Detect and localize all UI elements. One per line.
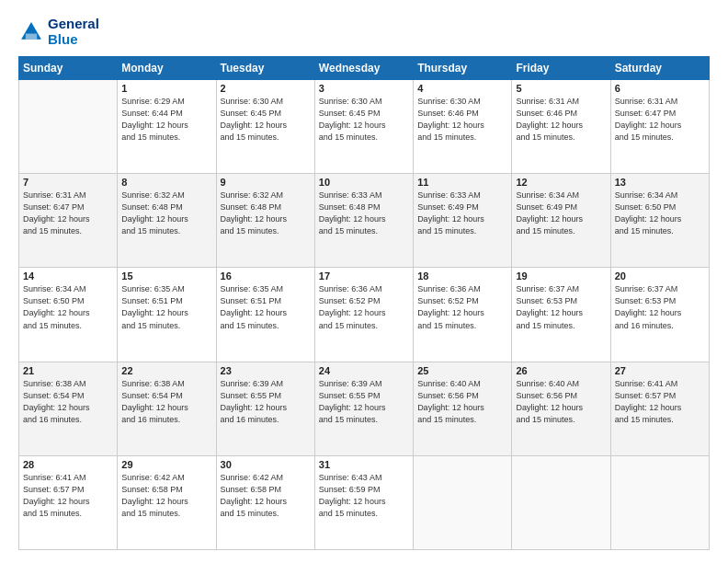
day-info: Sunrise: 6:40 AM Sunset: 6:56 PM Dayligh… bbox=[417, 378, 507, 426]
calendar-cell: 2Sunrise: 6:30 AM Sunset: 6:45 PM Daylig… bbox=[216, 80, 314, 174]
day-number: 1 bbox=[121, 83, 211, 94]
weekday-header-monday: Monday bbox=[118, 57, 216, 80]
calendar-cell: 7Sunrise: 6:31 AM Sunset: 6:47 PM Daylig… bbox=[19, 174, 118, 268]
day-number: 17 bbox=[319, 270, 409, 282]
weekday-header-saturday: Saturday bbox=[610, 57, 709, 80]
day-number: 6 bbox=[615, 83, 705, 94]
calendar-cell: 30Sunrise: 6:42 AM Sunset: 6:58 PM Dayli… bbox=[216, 455, 314, 549]
day-number: 31 bbox=[319, 459, 409, 470]
day-number: 25 bbox=[417, 365, 507, 376]
day-number: 4 bbox=[417, 83, 507, 94]
calendar-cell: 13Sunrise: 6:34 AM Sunset: 6:50 PM Dayli… bbox=[610, 174, 709, 268]
weekday-header-tuesday: Tuesday bbox=[216, 57, 314, 80]
page: General Blue SundayMondayTuesdayWednesda… bbox=[0, 0, 728, 563]
calendar-cell: 26Sunrise: 6:40 AM Sunset: 6:56 PM Dayli… bbox=[512, 362, 610, 455]
day-info: Sunrise: 6:34 AM Sunset: 6:50 PM Dayligh… bbox=[615, 190, 705, 237]
day-info: Sunrise: 6:35 AM Sunset: 6:51 PM Dayligh… bbox=[221, 283, 311, 331]
day-number: 12 bbox=[516, 177, 606, 188]
day-info: Sunrise: 6:38 AM Sunset: 6:54 PM Dayligh… bbox=[121, 378, 211, 426]
logo-text: General Blue bbox=[48, 17, 99, 47]
day-info: Sunrise: 6:33 AM Sunset: 6:48 PM Dayligh… bbox=[319, 190, 409, 237]
day-info: Sunrise: 6:37 AM Sunset: 6:53 PM Dayligh… bbox=[516, 283, 606, 331]
calendar-cell bbox=[610, 455, 709, 549]
week-row-3: 14Sunrise: 6:34 AM Sunset: 6:50 PM Dayli… bbox=[19, 268, 710, 362]
calendar-cell: 15Sunrise: 6:35 AM Sunset: 6:51 PM Dayli… bbox=[118, 268, 216, 362]
day-number: 3 bbox=[319, 83, 409, 94]
day-number: 22 bbox=[121, 365, 211, 376]
day-number: 29 bbox=[121, 459, 211, 470]
day-info: Sunrise: 6:38 AM Sunset: 6:54 PM Dayligh… bbox=[23, 378, 113, 426]
day-number: 10 bbox=[319, 177, 409, 188]
calendar-cell: 18Sunrise: 6:36 AM Sunset: 6:52 PM Dayli… bbox=[414, 268, 512, 362]
weekday-header-friday: Friday bbox=[512, 57, 610, 80]
week-row-5: 28Sunrise: 6:41 AM Sunset: 6:57 PM Dayli… bbox=[19, 455, 710, 549]
day-number: 18 bbox=[417, 270, 507, 282]
day-info: Sunrise: 6:39 AM Sunset: 6:55 PM Dayligh… bbox=[319, 378, 409, 426]
day-info: Sunrise: 6:34 AM Sunset: 6:49 PM Dayligh… bbox=[516, 190, 606, 237]
day-info: Sunrise: 6:35 AM Sunset: 6:51 PM Dayligh… bbox=[121, 283, 211, 331]
calendar-cell: 29Sunrise: 6:42 AM Sunset: 6:58 PM Dayli… bbox=[118, 455, 216, 549]
day-info: Sunrise: 6:41 AM Sunset: 6:57 PM Dayligh… bbox=[23, 472, 113, 520]
calendar-cell: 4Sunrise: 6:30 AM Sunset: 6:46 PM Daylig… bbox=[414, 80, 512, 174]
calendar-cell: 8Sunrise: 6:32 AM Sunset: 6:48 PM Daylig… bbox=[118, 174, 216, 268]
calendar-cell bbox=[19, 80, 118, 174]
calendar-cell bbox=[512, 455, 610, 549]
weekday-header-sunday: Sunday bbox=[19, 57, 118, 80]
calendar-cell: 3Sunrise: 6:30 AM Sunset: 6:45 PM Daylig… bbox=[314, 80, 413, 174]
day-number: 28 bbox=[23, 459, 113, 470]
day-number: 27 bbox=[615, 365, 705, 376]
day-info: Sunrise: 6:34 AM Sunset: 6:50 PM Dayligh… bbox=[23, 283, 113, 331]
calendar-cell: 17Sunrise: 6:36 AM Sunset: 6:52 PM Dayli… bbox=[314, 268, 413, 362]
day-info: Sunrise: 6:30 AM Sunset: 6:45 PM Dayligh… bbox=[221, 96, 311, 144]
day-info: Sunrise: 6:42 AM Sunset: 6:58 PM Dayligh… bbox=[121, 472, 211, 520]
day-number: 14 bbox=[23, 270, 113, 282]
calendar-cell: 24Sunrise: 6:39 AM Sunset: 6:55 PM Dayli… bbox=[314, 362, 413, 455]
day-info: Sunrise: 6:31 AM Sunset: 6:46 PM Dayligh… bbox=[516, 96, 606, 144]
day-number: 2 bbox=[221, 83, 311, 94]
day-number: 21 bbox=[23, 365, 113, 376]
day-info: Sunrise: 6:39 AM Sunset: 6:55 PM Dayligh… bbox=[221, 378, 311, 426]
day-info: Sunrise: 6:36 AM Sunset: 6:52 PM Dayligh… bbox=[417, 283, 507, 331]
svg-rect-2 bbox=[26, 33, 37, 39]
calendar-cell: 20Sunrise: 6:37 AM Sunset: 6:53 PM Dayli… bbox=[610, 268, 709, 362]
calendar-cell: 19Sunrise: 6:37 AM Sunset: 6:53 PM Dayli… bbox=[512, 268, 610, 362]
week-row-1: 1Sunrise: 6:29 AM Sunset: 6:44 PM Daylig… bbox=[19, 80, 710, 174]
day-info: Sunrise: 6:36 AM Sunset: 6:52 PM Dayligh… bbox=[319, 283, 409, 331]
day-number: 20 bbox=[615, 270, 705, 282]
day-info: Sunrise: 6:30 AM Sunset: 6:45 PM Dayligh… bbox=[319, 96, 409, 144]
calendar-cell: 16Sunrise: 6:35 AM Sunset: 6:51 PM Dayli… bbox=[216, 268, 314, 362]
calendar-cell: 28Sunrise: 6:41 AM Sunset: 6:57 PM Dayli… bbox=[19, 455, 118, 549]
day-number: 30 bbox=[221, 459, 311, 470]
day-number: 5 bbox=[516, 83, 606, 94]
calendar-cell: 31Sunrise: 6:43 AM Sunset: 6:59 PM Dayli… bbox=[314, 455, 413, 549]
calendar-cell: 1Sunrise: 6:29 AM Sunset: 6:44 PM Daylig… bbox=[118, 80, 216, 174]
weekday-header-row: SundayMondayTuesdayWednesdayThursdayFrid… bbox=[19, 57, 710, 80]
day-info: Sunrise: 6:31 AM Sunset: 6:47 PM Dayligh… bbox=[23, 190, 113, 237]
day-number: 7 bbox=[23, 177, 113, 188]
day-info: Sunrise: 6:33 AM Sunset: 6:49 PM Dayligh… bbox=[417, 190, 507, 237]
day-number: 15 bbox=[121, 270, 211, 282]
day-info: Sunrise: 6:40 AM Sunset: 6:56 PM Dayligh… bbox=[516, 378, 606, 426]
day-number: 8 bbox=[121, 177, 211, 188]
day-number: 19 bbox=[516, 270, 606, 282]
calendar-cell: 6Sunrise: 6:31 AM Sunset: 6:47 PM Daylig… bbox=[610, 80, 709, 174]
day-info: Sunrise: 6:42 AM Sunset: 6:58 PM Dayligh… bbox=[221, 472, 311, 520]
week-row-2: 7Sunrise: 6:31 AM Sunset: 6:47 PM Daylig… bbox=[19, 174, 710, 268]
calendar-cell: 25Sunrise: 6:40 AM Sunset: 6:56 PM Dayli… bbox=[414, 362, 512, 455]
day-number: 9 bbox=[221, 177, 311, 188]
calendar-cell: 21Sunrise: 6:38 AM Sunset: 6:54 PM Dayli… bbox=[19, 362, 118, 455]
day-info: Sunrise: 6:43 AM Sunset: 6:59 PM Dayligh… bbox=[319, 472, 409, 520]
day-info: Sunrise: 6:29 AM Sunset: 6:44 PM Dayligh… bbox=[121, 96, 211, 144]
calendar-cell: 14Sunrise: 6:34 AM Sunset: 6:50 PM Dayli… bbox=[19, 268, 118, 362]
day-number: 26 bbox=[516, 365, 606, 376]
day-number: 16 bbox=[221, 270, 311, 282]
calendar-table: SundayMondayTuesdayWednesdayThursdayFrid… bbox=[18, 56, 710, 550]
calendar-cell: 11Sunrise: 6:33 AM Sunset: 6:49 PM Dayli… bbox=[414, 174, 512, 268]
header: General Blue bbox=[18, 17, 710, 47]
logo: General Blue bbox=[18, 17, 99, 47]
week-row-4: 21Sunrise: 6:38 AM Sunset: 6:54 PM Dayli… bbox=[19, 362, 710, 455]
calendar-cell: 23Sunrise: 6:39 AM Sunset: 6:55 PM Dayli… bbox=[216, 362, 314, 455]
calendar-cell: 5Sunrise: 6:31 AM Sunset: 6:46 PM Daylig… bbox=[512, 80, 610, 174]
day-number: 24 bbox=[319, 365, 409, 376]
day-info: Sunrise: 6:41 AM Sunset: 6:57 PM Dayligh… bbox=[615, 378, 705, 426]
